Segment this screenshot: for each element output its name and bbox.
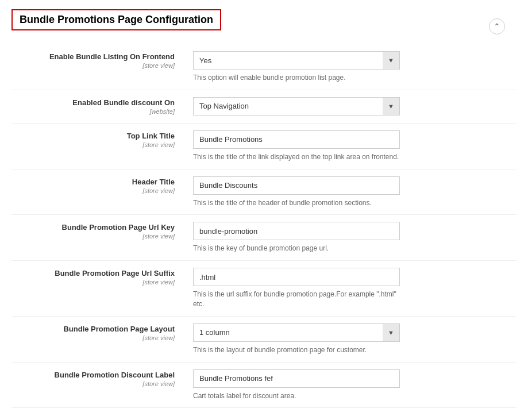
select-wrapper-enable_bundle_listing: YesNo▼ <box>193 51 400 70</box>
field-label-header_title: Header Title <box>11 178 175 186</box>
value-cell-enabled_bundle_discount_on: Top NavigationBottom NavigationNone▼ <box>184 90 517 123</box>
input-bundle_promotion_page_url_key[interactable] <box>193 222 400 240</box>
field-label-enable_bundle_listing: Enable Bundle Listing On Frontend <box>11 52 175 61</box>
field-label-bundle_promotion_page_url_key: Bundle Promotion Page Url Key <box>11 223 175 232</box>
field-hint-bundle_promotion_page_url_key: This is the key of bundle promotion page… <box>193 244 406 253</box>
value-cell-enable_bundle_listing: YesNo▼This option will enable bundle pro… <box>184 44 517 90</box>
field-scope-bundle_promotion_page_url_suffix: [store view] <box>11 279 175 286</box>
config-row: Bundle Promotion Page Url Suffix[store v… <box>11 261 517 317</box>
value-cell-bundle_promotion_discount_label: Cart totals label for discount area. <box>184 362 517 408</box>
value-cell-top_link_title: This is the title of the link displayed … <box>184 123 517 169</box>
value-cell-header_title: This is the title of the header of bundl… <box>184 169 517 215</box>
select-wrapper-enabled_bundle_discount_on: Top NavigationBottom NavigationNone▼ <box>193 97 400 115</box>
config-row: Bundle Promotion Page Url Key[store view… <box>11 215 517 261</box>
label-cell-bundle_promotion_discount_label: Bundle Promotion Discount Label[store vi… <box>11 362 184 408</box>
field-hint-header_title: This is the title of the header of bundl… <box>193 198 406 208</box>
field-scope-bundle_promotion_discount_label: [store view] <box>11 380 175 387</box>
field-scope-enabled_bundle_discount_on: [website] <box>11 108 175 115</box>
label-cell-enable_bundle_listing: Enable Bundle Listing On Frontend[store … <box>11 44 184 90</box>
input-top_link_title[interactable] <box>193 130 400 149</box>
label-cell-bundle_promotion_page_url_suffix: Bundle Promotion Page Url Suffix[store v… <box>11 261 184 317</box>
page-title: Bundle Promotions Page Configuration <box>11 9 221 30</box>
label-cell-top_link_title: Top Link Title[store view] <box>11 123 184 169</box>
value-cell-bundle_promotion_page_layout: 1 column2 columns with left bar2 columns… <box>184 316 517 362</box>
select-enabled_bundle_discount_on[interactable]: Top NavigationBottom NavigationNone <box>193 97 400 115</box>
field-label-bundle_promotion_page_url_suffix: Bundle Promotion Page Url Suffix <box>11 269 175 278</box>
input-header_title[interactable] <box>193 176 400 195</box>
label-cell-bundle_promotion_page_url_key: Bundle Promotion Page Url Key[store view… <box>11 215 184 261</box>
field-scope-enable_bundle_listing: [store view] <box>11 62 175 69</box>
field-scope-bundle_promotion_page_url_key: [store view] <box>11 233 175 240</box>
field-hint-bundle_promotion_page_layout: This is the layout of bundle promotion p… <box>193 345 406 355</box>
config-row: Top Link Title[store view]This is the ti… <box>11 123 517 169</box>
field-label-enabled_bundle_discount_on: Enabled Bundle discount On <box>11 98 175 107</box>
field-label-bundle_promotion_page_layout: Bundle Promotion Page Layout <box>11 325 175 333</box>
select-enable_bundle_listing[interactable]: YesNo <box>193 51 400 70</box>
label-cell-bundle_promotion_page_layout: Bundle Promotion Page Layout[store view] <box>11 316 184 362</box>
select-bundle_promotion_page_layout[interactable]: 1 column2 columns with left bar2 columns… <box>193 323 400 342</box>
config-row: Bundle Promotion Discount Label[store vi… <box>11 362 517 408</box>
select-wrapper-bundle_promotion_page_layout: 1 column2 columns with left bar2 columns… <box>193 323 400 342</box>
config-row: Enabled Bundle discount On[website]Top N… <box>11 90 517 123</box>
field-label-top_link_title: Top Link Title <box>11 132 175 140</box>
config-row: Bundle Promotion Page Layout[store view]… <box>11 316 517 362</box>
field-scope-header_title: [store view] <box>11 187 175 194</box>
config-row: Header Title[store view]This is the titl… <box>11 169 517 215</box>
field-label-bundle_promotion_discount_label: Bundle Promotion Discount Label <box>11 371 175 379</box>
page-wrapper: Bundle Promotions Page Configuration ⌃ E… <box>0 0 528 417</box>
input-bundle_promotion_discount_label[interactable] <box>193 369 400 388</box>
header-row: Bundle Promotions Page Configuration ⌃ <box>11 9 517 44</box>
field-hint-bundle_promotion_page_url_suffix: This is the url suffix for bundle promot… <box>193 290 406 309</box>
label-cell-header_title: Header Title[store view] <box>11 169 184 215</box>
field-hint-bundle_promotion_discount_label: Cart totals label for discount area. <box>193 391 406 401</box>
field-hint-enable_bundle_listing: This option will enable bundle promotion… <box>193 73 406 83</box>
config-row: Enable Bundle Listing On Frontend[store … <box>11 44 517 90</box>
collapse-button[interactable]: ⌃ <box>489 18 505 34</box>
input-bundle_promotion_page_url_suffix[interactable] <box>193 268 400 286</box>
value-cell-bundle_promotion_page_url_suffix: This is the url suffix for bundle promot… <box>184 261 517 317</box>
field-hint-top_link_title: This is the title of the link displayed … <box>193 152 406 162</box>
label-cell-enabled_bundle_discount_on: Enabled Bundle discount On[website] <box>11 90 184 123</box>
field-scope-bundle_promotion_page_layout: [store view] <box>11 334 175 341</box>
config-table: Enable Bundle Listing On Frontend[store … <box>11 44 517 408</box>
value-cell-bundle_promotion_page_url_key: This is the key of bundle promotion page… <box>184 215 517 261</box>
field-scope-top_link_title: [store view] <box>11 141 175 148</box>
